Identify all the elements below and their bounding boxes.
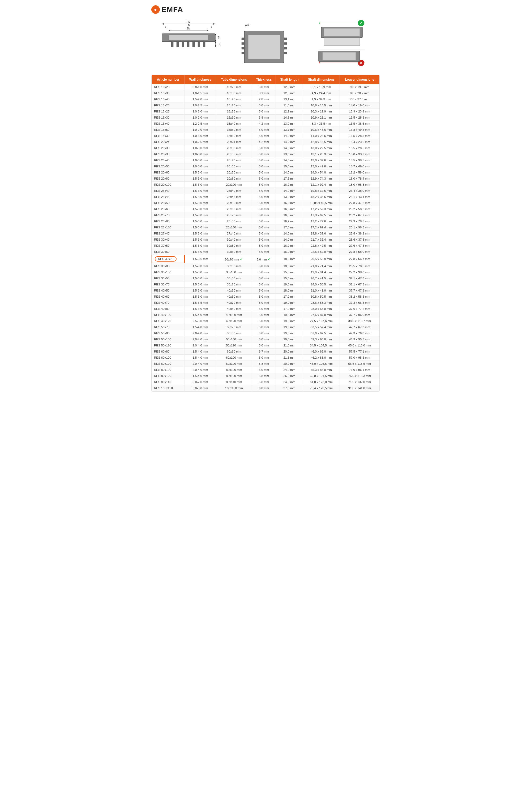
cell-wall-thickness: 1,5-3,5 mm xyxy=(184,300,216,306)
cell-louver-dim: 18,4 x 23,6 mm xyxy=(339,139,379,145)
cell-shaft-length: 18,8 mm xyxy=(276,255,303,263)
cell-wall-thickness: 1,5-2,0 mm xyxy=(184,96,216,102)
cell-thickness: 5,0 mm xyxy=(252,163,276,170)
cell-louver-dim: 23,1 x 98,3 mm xyxy=(339,224,379,231)
svg-rect-35 xyxy=(242,47,244,49)
cell-tube-dim: 20x50 mm xyxy=(216,163,252,170)
cell-article: RES 80x140 xyxy=(152,379,184,385)
cell-article: RES 18x30 xyxy=(152,133,184,139)
middle-diagram-svg: WS xyxy=(239,19,292,67)
table-header: Article number Wall thickness Tube dimen… xyxy=(152,75,379,84)
cell-wall-thickness: 1,5-3,0 mm xyxy=(184,182,216,188)
svg-marker-51 xyxy=(319,62,320,64)
cell-shaft-dim: 61,0 x 123,0 mm xyxy=(303,379,339,385)
cell-wall-thickness: 2,0-4,0 mm xyxy=(184,330,216,336)
cell-shaft-dim: 10,6 x 45,6 mm xyxy=(303,127,339,133)
cell-shaft-dim: 12,1 x 92,4 mm xyxy=(303,182,339,188)
cell-thickness: 5,8 mm xyxy=(252,373,276,379)
svg-rect-56 xyxy=(323,52,356,60)
table-row: RES 60x1001,5-4,0 mm60x100 mm5,0 mm21,5 … xyxy=(152,355,379,361)
cell-louver-dim: 14,0 x 19,0 mm xyxy=(339,102,379,108)
svg-rect-39 xyxy=(284,47,287,49)
cell-shaft-dim: 4,9 x 34,3 mm xyxy=(303,96,339,102)
svg-text:SE: SE xyxy=(218,43,220,46)
cell-wall-thickness: 1,5-3,0 mm xyxy=(184,294,216,300)
cell-shaft-dim: 6,1 x 15,9 mm xyxy=(303,84,339,90)
cell-shaft-length: 19,0 mm xyxy=(276,318,303,324)
cell-louver-dim: 45,0 x 115,0 mm xyxy=(339,343,379,349)
cell-louver-dim: 18,0 x 78,4 mm xyxy=(339,176,379,182)
cell-thickness: 5,0 mm xyxy=(252,355,276,361)
cell-louver-dim: 25,4 x 38,2 mm xyxy=(339,231,379,237)
cell-louver-dim: 38,2 x 58,5 mm xyxy=(339,294,379,300)
cell-shaft-length: 17,0 mm xyxy=(276,294,303,300)
cell-shaft-dim: 12,8 x 13,5 mm xyxy=(303,139,339,145)
table-row: RES 50x802,0-4,0 mm50x80 mm5,0 mm19,0 mm… xyxy=(152,330,379,336)
cell-thickness: 5,0 mm xyxy=(252,294,276,300)
cell-shaft-length: 18,0 mm xyxy=(276,288,303,294)
cell-wall-thickness: 1,5-4,0 mm xyxy=(184,373,216,379)
cell-shaft-length: 18,0 mm xyxy=(276,263,303,269)
cell-thickness: 3,0 mm xyxy=(252,84,276,90)
cell-tube-dim: 30x40 mm xyxy=(216,237,252,243)
cell-shaft-dim: 12,9 x 74,3 mm xyxy=(303,176,339,182)
table-row: RES 60x1202,0-4,0 mm60x120 mm5,8 mm20,0 … xyxy=(152,361,379,367)
cell-tube-dim: 30x80 mm xyxy=(216,263,252,269)
svg-marker-2 xyxy=(213,23,215,25)
cell-shaft-length: 13,0 mm xyxy=(276,194,303,200)
cell-shaft-length: 14,0 mm xyxy=(276,237,303,243)
cell-thickness: 5,0 mm xyxy=(252,200,276,206)
table-row: RES 35x501,5-3,0 mm35x50 mm5,0 mm15,0 mm… xyxy=(152,275,379,281)
dimensions-table: Article number Wall thickness Tube dimen… xyxy=(152,75,379,391)
cell-thickness: 5,0 mm xyxy=(252,133,276,139)
cell-thickness: 5,0 mm xyxy=(252,312,276,318)
cell-article: RES 25x60 xyxy=(152,206,184,212)
cell-tube-dim: 30x50 mm xyxy=(216,243,252,249)
cell-wall-thickness: 5,0-8,0 mm xyxy=(184,385,216,391)
cell-thickness: 5,0 mm xyxy=(252,300,276,306)
logo-icon: ● xyxy=(151,5,160,14)
cell-louver-dim: 37,3 x 66,5 mm xyxy=(339,300,379,306)
cell-louver-dim: 23,1 x 43,4 mm xyxy=(339,194,379,200)
svg-text:SK: SK xyxy=(218,36,220,39)
cell-wall-thickness: 0,8-1,0 mm xyxy=(184,84,216,90)
cell-tube-dim: 25x60 mm xyxy=(216,206,252,212)
cell-article: RES 10x20 xyxy=(152,84,184,90)
cell-article: RES 80x120 xyxy=(152,373,184,379)
cell-thickness: 5,0 mm xyxy=(252,343,276,349)
svg-rect-32 xyxy=(248,35,280,59)
cell-wall-thickness: 1,5-3,0 mm xyxy=(184,206,216,212)
cell-article: RES 20x60 xyxy=(152,170,184,176)
table-row: RES 30x801,5-3,0 mm30x80 mm5,0 mm18,0 mm… xyxy=(152,263,379,269)
cell-thickness: 5,8 mm xyxy=(252,379,276,385)
cell-tube-dim: 20x24 mm xyxy=(216,139,252,145)
cell-shaft-length: 15,0 mm xyxy=(276,275,303,281)
svg-marker-26 xyxy=(215,42,216,43)
cell-wall-thickness: 1,5-3,0 mm xyxy=(184,237,216,243)
cell-shaft-dim: 19,9 x 91,4 mm xyxy=(303,269,339,275)
cell-article: RES 15x50 xyxy=(152,127,184,133)
cell-thickness: 6,0 mm xyxy=(252,367,276,373)
cell-shaft-dim: 39,3 x 90,0 mm xyxy=(303,336,339,343)
svg-rect-16 xyxy=(182,42,184,47)
cell-article: RES 50x80 xyxy=(152,330,184,336)
svg-rect-18 xyxy=(193,42,195,47)
cell-louver-dim: 37,6 x 77,2 mm xyxy=(339,306,379,312)
cell-shaft-length: 19,0 mm xyxy=(276,300,303,306)
cell-wall-thickness: 1,5-3,0 mm xyxy=(184,188,216,194)
cell-thickness: 2,8 mm xyxy=(252,96,276,102)
cell-shaft-length: 24,0 mm xyxy=(276,379,303,385)
cell-tube-dim: 35x50 mm xyxy=(216,275,252,281)
table-row: RES 25x451,5-3,0 mm25x45 mm5,0 mm13,0 mm… xyxy=(152,194,379,200)
cell-thickness: 5,0 mm xyxy=(252,330,276,336)
cell-wall-thickness: 1,0-3,0 mm xyxy=(184,163,216,170)
cell-article: RES 20x40 xyxy=(152,157,184,163)
table-row: RES 50x1202,0-4,0 mm50x120 mm5,0 mm21,0 … xyxy=(152,343,379,349)
cell-shaft-dim: 20,5 x 58,9 mm xyxy=(303,255,339,263)
cell-shaft-dim: 17,2 x 72,6 mm xyxy=(303,218,339,224)
table-row: RES 25x701,5-3,0 mm25x70 mm5,0 mm16,8 mm… xyxy=(152,212,379,218)
cell-wall-thickness: 1,5-3,0 mm xyxy=(184,243,216,249)
cell-article: RES 30x40 xyxy=(152,237,184,243)
cell-shaft-length: 17,0 mm xyxy=(276,306,303,312)
table-row: RES 30x501,5-3,0 mm30x50 mm5,0 mm16,0 mm… xyxy=(152,243,379,249)
